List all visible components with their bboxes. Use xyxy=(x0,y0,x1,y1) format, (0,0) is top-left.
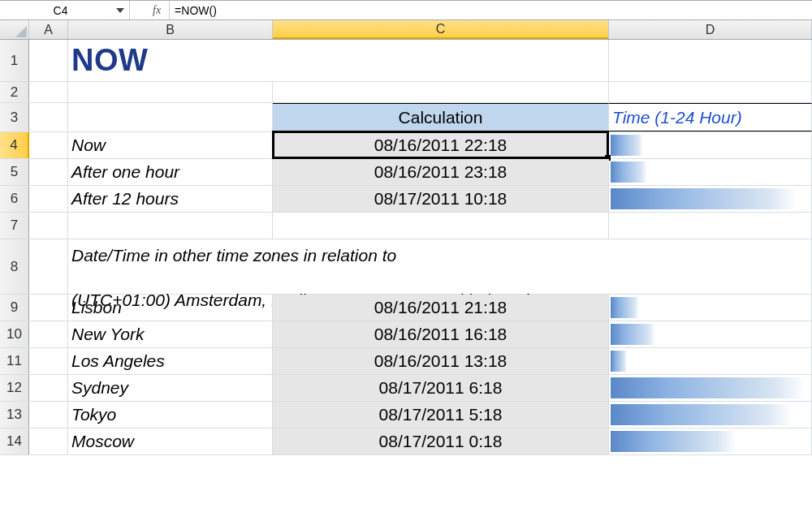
cell-c6-calc[interactable]: 08/17/2011 10:18 xyxy=(273,186,609,212)
cell-c14-calc[interactable]: 08/17/2011 0:18 xyxy=(273,428,609,454)
col-header-b[interactable]: B xyxy=(68,20,273,39)
label: New York xyxy=(71,325,145,344)
row-header[interactable]: 8 xyxy=(0,239,29,294)
cell-c9-calc[interactable]: 08/16/2011 21:18 xyxy=(273,295,609,321)
cell-a4[interactable] xyxy=(29,132,68,158)
label: After one hour xyxy=(71,162,179,182)
row-9: 9 Lisbon 08/16/2011 21:18 xyxy=(0,295,812,321)
cell-d2[interactable] xyxy=(609,82,812,102)
cell-d6-bar[interactable] xyxy=(609,186,812,212)
select-all-corner[interactable] xyxy=(0,20,29,39)
data-bar xyxy=(611,324,655,345)
col-header-c[interactable]: C xyxy=(273,20,609,39)
data-bar xyxy=(611,161,647,183)
cell-d1[interactable] xyxy=(609,40,812,81)
cell-c12-calc[interactable]: 08/17/2011 6:18 xyxy=(273,375,609,401)
row-header[interactable]: 5 xyxy=(0,159,29,185)
chevron-down-icon[interactable] xyxy=(114,5,126,16)
cell-b8-note[interactable]: Date/Time in other time zones in relatio… xyxy=(68,239,812,294)
cell-d7[interactable] xyxy=(609,213,812,239)
cell-a14[interactable] xyxy=(29,428,68,454)
time-header[interactable]: Time (1-24 Hour) xyxy=(609,103,812,131)
label: Sydney xyxy=(71,378,128,398)
cell-b13-label[interactable]: Tokyo xyxy=(68,402,273,428)
cell-b9-label[interactable]: Lisbon xyxy=(68,295,273,321)
cell-d10-bar[interactable] xyxy=(609,321,812,347)
cell-d14-bar[interactable] xyxy=(609,428,812,454)
cell-a6[interactable] xyxy=(29,186,68,212)
cell-d4-bar[interactable] xyxy=(609,132,812,158)
row-header[interactable]: 4 xyxy=(0,132,29,158)
calc-value: 08/17/2011 10:18 xyxy=(374,189,508,209)
cell-a12[interactable] xyxy=(29,375,68,401)
col-header-d[interactable]: D xyxy=(609,20,812,39)
calc-value: 08/17/2011 0:18 xyxy=(379,432,503,451)
row-1: 1 NOW xyxy=(0,40,812,82)
cell-b10-label[interactable]: New York xyxy=(68,321,273,347)
row-12: 12 Sydney 08/17/2011 6:18 xyxy=(0,375,812,402)
calc-value: 08/17/2011 5:18 xyxy=(379,405,503,424)
cell-a7[interactable] xyxy=(29,213,68,239)
cell-a13[interactable] xyxy=(29,402,68,428)
cell-c10-calc[interactable]: 08/16/2011 16:18 xyxy=(273,321,609,347)
calc-value: 08/16/2011 23:18 xyxy=(374,162,508,182)
row-header[interactable]: 12 xyxy=(0,375,29,401)
data-bar xyxy=(611,135,643,156)
row-header[interactable]: 11 xyxy=(0,348,29,374)
note-line1: Date/Time in other time zones in relatio… xyxy=(71,246,396,265)
data-bar xyxy=(611,351,627,372)
cell-d13-bar[interactable] xyxy=(609,402,812,428)
formula-input[interactable]: =NOW() xyxy=(170,1,812,19)
cell-d12-bar[interactable] xyxy=(609,375,812,401)
calculation-header[interactable]: Calculation xyxy=(273,103,609,131)
cell-b3[interactable] xyxy=(68,103,273,131)
cell-a10[interactable] xyxy=(29,321,68,347)
row-header[interactable]: 14 xyxy=(0,428,29,454)
cell-a9[interactable] xyxy=(29,295,68,321)
cell-c13-calc[interactable]: 08/17/2011 5:18 xyxy=(273,402,609,428)
data-bar xyxy=(611,188,797,209)
cell-b5-label[interactable]: After one hour xyxy=(68,159,273,185)
row-8: 8 Date/Time in other time zones in relat… xyxy=(0,239,812,295)
col-header-a[interactable]: A xyxy=(29,20,68,39)
name-box[interactable]: C4 xyxy=(0,1,130,19)
cell-a3[interactable] xyxy=(29,103,68,131)
cell-b12-label[interactable]: Sydney xyxy=(68,375,273,401)
row-13: 13 Tokyo 08/17/2011 5:18 xyxy=(0,402,812,428)
cell-c11-calc[interactable]: 08/16/2011 13:18 xyxy=(273,348,609,374)
cell-c5-calc[interactable]: 08/16/2011 23:18 xyxy=(273,159,609,185)
time-header-text: Time (1-24 Hour) xyxy=(612,108,742,127)
row-header[interactable]: 13 xyxy=(0,402,29,428)
row-header[interactable]: 6 xyxy=(0,186,29,212)
label: After 12 hours xyxy=(71,189,179,209)
row-4: 4 Now 08/16/2011 22:18 xyxy=(0,132,812,159)
cell-d9-bar[interactable] xyxy=(609,295,812,321)
grid-body: 1 NOW 2 3 Calculation Time (1-24 Hour) 4… xyxy=(0,40,812,455)
row-header[interactable]: 10 xyxy=(0,321,29,347)
cell-c2[interactable] xyxy=(273,82,609,102)
row-header[interactable]: 3 xyxy=(0,103,29,131)
row-header[interactable]: 7 xyxy=(0,213,29,239)
data-bar xyxy=(611,431,736,452)
cell-a8[interactable] xyxy=(29,239,68,294)
cell-b6-label[interactable]: After 12 hours xyxy=(68,186,273,212)
cell-b11-label[interactable]: Los Angeles xyxy=(68,348,273,374)
cell-c4-calc[interactable]: 08/16/2011 22:18 xyxy=(273,132,609,158)
cell-b2[interactable] xyxy=(68,82,273,102)
fx-icon[interactable]: fx xyxy=(148,4,166,17)
cell-a1[interactable] xyxy=(29,40,68,81)
cell-c1[interactable] xyxy=(273,40,609,81)
label: Tokyo xyxy=(71,405,116,424)
row-header[interactable]: 2 xyxy=(0,82,29,102)
cell-b4-label[interactable]: Now xyxy=(68,132,273,158)
calc-value: 08/17/2011 6:18 xyxy=(379,378,503,398)
cell-a5[interactable] xyxy=(29,159,68,185)
row-header[interactable]: 9 xyxy=(0,295,29,321)
cell-d11-bar[interactable] xyxy=(609,348,812,374)
row-header[interactable]: 1 xyxy=(0,40,29,81)
cell-a11[interactable] xyxy=(29,348,68,374)
cell-b1[interactable]: NOW xyxy=(68,40,273,81)
cell-b14-label[interactable]: Moscow xyxy=(68,428,273,454)
cell-d5-bar[interactable] xyxy=(609,159,812,185)
cell-a2[interactable] xyxy=(29,82,68,102)
